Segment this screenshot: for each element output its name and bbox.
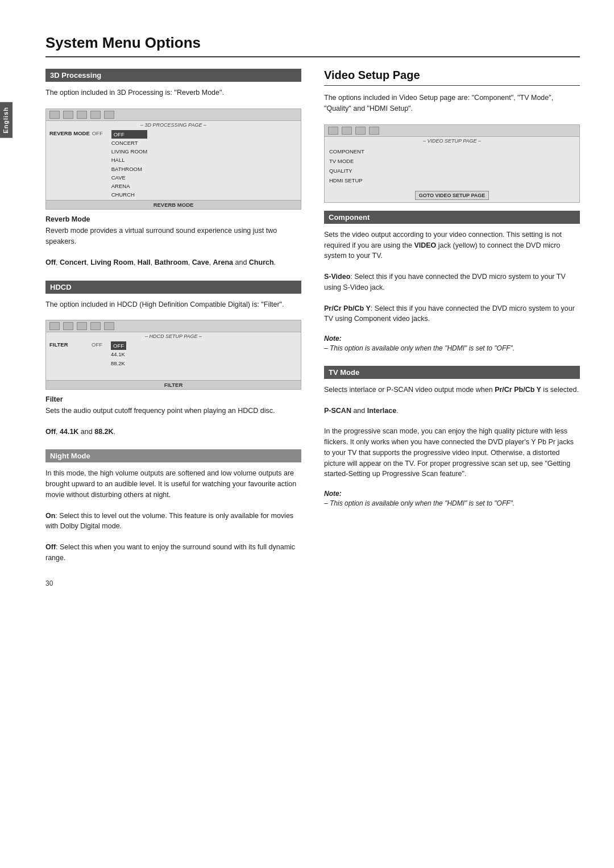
mockup-video-icon-4 [369, 127, 379, 135]
tvmode-note: Note: – This option is available only wh… [324, 490, 580, 508]
mockup-video-icon-3 [355, 127, 366, 135]
section-3d-processing: 3D Processing The option included in 3D … [45, 69, 301, 268]
page-title: System Menu Options [45, 34, 580, 57]
option-cave: CAVE [111, 173, 147, 182]
mockup-3d-row: REVERB MODE OFF OFF CONCERT LIVING ROOM … [46, 129, 301, 201]
mockup-reverb-label: REVERB MODE [49, 130, 90, 136]
page-number: 30 [45, 579, 53, 587]
mockup-video-list: COMPONENT TV MODE QUALITY HDMI SETUP [325, 145, 579, 189]
mockup-hdcd-options: OFF 44.1K 88.2K [111, 341, 126, 368]
video-list-hdmi: HDMI SETUP [329, 176, 575, 185]
mockup-3d-footer: REVERB MODE [46, 200, 301, 209]
filter-subheader: Filter [45, 395, 301, 403]
mockup-hdcd-row: FILTER OFF OFF 44.1K 88.2K [46, 340, 301, 369]
tvmode-desc1: Selects interlace or P-SCAN video output… [324, 385, 580, 395]
tvmode-note-text: – This option is available only when the… [324, 499, 580, 508]
hdcd-option-88k: 88.2K [111, 359, 126, 368]
section-tvmode-header: TV Mode [324, 366, 580, 379]
mockup-hdcd-icon-1 [49, 322, 60, 330]
mockup-filter-label: FILTER [49, 341, 89, 348]
mockup-hdcd-icon-4 [90, 322, 101, 330]
mockup-icon-1 [49, 111, 60, 119]
section-hdcd-intro: The option included in HDCD (High Defini… [45, 299, 301, 310]
option-arena: ARENA [111, 182, 147, 190]
option-off-selected: OFF [111, 130, 147, 139]
section-hdcd: HDCD The option included in HDCD (High D… [45, 281, 301, 437]
component-svideo: S-Video: Select this if you have connect… [324, 272, 580, 293]
tvmode-note-label: Note: [324, 490, 580, 498]
mockup-hdcd-icon-5 [104, 322, 114, 330]
hdcd-option-off-selected: OFF [111, 341, 126, 350]
video-list-component: COMPONENT [329, 147, 575, 156]
section-night-mode: Night Mode In this mode, the high volume… [45, 449, 301, 563]
section-component-header: Component [324, 211, 580, 224]
goto-video-setup-btn[interactable]: GOTO VIDEO SETUP PAGE [415, 191, 489, 200]
option-church: CHURCH [111, 190, 147, 199]
section-tvmode: TV Mode Selects interlace or P-SCAN vide… [324, 366, 580, 508]
component-note-label: Note: [324, 335, 580, 343]
tvmode-desc2: In the progressive scan mode, you can en… [324, 426, 580, 479]
option-bathroom: BATHROOM [111, 165, 147, 173]
section-hdcd-header: HDCD [45, 281, 301, 294]
mockup-video-icon-2 [342, 127, 352, 135]
left-column: 3D Processing The option included in 3D … [45, 69, 301, 576]
tvmode-options: P-SCAN and Interlace. [324, 406, 580, 416]
mockup-hdcd-icon-2 [63, 322, 73, 330]
mockup-hdcd-header [46, 320, 301, 332]
section-night-mode-header: Night Mode [45, 449, 301, 462]
section-3d-intro: The option included in 3D Processing is:… [45, 87, 301, 98]
option-concert: CONCERT [111, 139, 147, 147]
video-list-quality: QUALITY [329, 166, 575, 176]
ui-mockup-3d: – 3D PROCESSING PAGE – REVERB MODE OFF O… [45, 108, 301, 210]
mockup-3d-header [46, 109, 301, 121]
component-note: Note: – This option is available only wh… [324, 335, 580, 353]
mockup-hdcd-footer: FILTER [46, 380, 301, 389]
mockup-video-icon-1 [328, 127, 338, 135]
night-mode-on: On: Select this to level out the volume.… [45, 511, 301, 532]
video-list-tvmode: TV MODE [329, 156, 575, 166]
section-3d-header: 3D Processing [45, 69, 301, 82]
component-note-text: – This option is available only when the… [324, 344, 580, 353]
option-living-room: LIVING ROOM [111, 147, 147, 156]
filter-desc: Sets the audio output cutoff frequency p… [45, 406, 301, 416]
night-mode-desc1: In this mode, the high volume outputs ar… [45, 468, 301, 500]
mockup-reverb-val: OFF [92, 130, 109, 136]
component-desc: Sets the video output according to your … [324, 229, 580, 261]
video-setup-intro: The options included in Video Setup page… [324, 93, 580, 114]
mockup-video-header [325, 125, 579, 137]
mockup-icon-2 [63, 111, 73, 119]
night-mode-off: Off: Select this when you want to enjoy … [45, 542, 301, 564]
reverb-mode-options: Off, Concert, Living Room, Hall, Bathroo… [45, 257, 301, 268]
mockup-filter-val: OFF [92, 341, 109, 348]
section-component: Component Sets the video output accordin… [324, 211, 580, 353]
hdcd-option-44k: 44.1K [111, 350, 126, 358]
mockup-3d-options: OFF CONCERT LIVING ROOM HALL BATHROOM CA… [111, 130, 147, 199]
ui-mockup-hdcd: – HDCD SETUP PAGE – FILTER OFF OFF 44.1K… [45, 320, 301, 390]
right-column: Video Setup Page The options included in… [324, 69, 580, 576]
mockup-icon-5 [104, 111, 114, 119]
mockup-icon-3 [77, 111, 87, 119]
option-hall: HALL [111, 156, 147, 164]
reverb-mode-desc: Reverb mode provides a virtual surround … [45, 226, 301, 247]
filter-options: Off, 44.1K and 88.2K. [45, 427, 301, 437]
mockup-3d-nav-label: – 3D PROCESSING PAGE – [46, 122, 301, 128]
mockup-video-nav-label: – VIDEO SETUP PAGE – [325, 138, 579, 144]
mockup-hdcd-icon-3 [77, 322, 87, 330]
ui-mockup-video: – VIDEO SETUP PAGE – COMPONENT TV MODE Q… [324, 124, 580, 203]
video-setup-title: Video Setup Page [324, 69, 580, 86]
mockup-hdcd-nav-label: – HDCD SETUP PAGE – [46, 333, 301, 339]
mockup-icon-4 [90, 111, 101, 119]
reverb-mode-subheader: Reverb Mode [45, 215, 301, 223]
component-prcr: Pr/Cr Pb/Cb Y: Select this if you have c… [324, 303, 580, 325]
